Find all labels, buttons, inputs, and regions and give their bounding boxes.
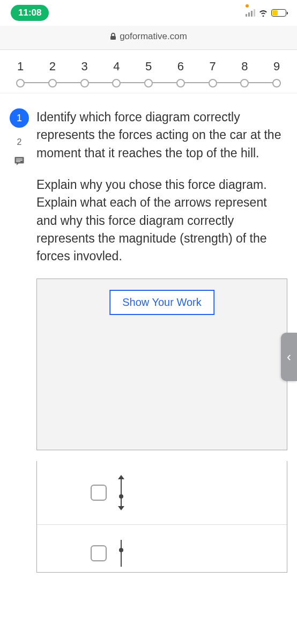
svg-rect-2 [16, 159, 23, 159]
step-num: 5 [145, 60, 152, 74]
step-num: 7 [209, 60, 216, 74]
step-3[interactable]: 3 [80, 60, 89, 87]
step-num: 6 [177, 60, 184, 74]
step-num: 4 [113, 60, 120, 74]
cellular-icon [246, 9, 255, 17]
step-circle-icon [144, 79, 153, 87]
status-right [246, 9, 286, 17]
step-circle-icon [272, 79, 281, 87]
step-5[interactable]: 5 [144, 60, 153, 87]
show-your-work-button[interactable]: Show Your Work [109, 290, 214, 315]
battery-icon [271, 9, 286, 17]
step-6[interactable]: 6 [176, 60, 185, 87]
step-4[interactable]: 4 [112, 60, 121, 87]
force-diagram-2-icon [120, 540, 123, 567]
step-circle-icon [48, 79, 57, 87]
step-num: 3 [81, 60, 87, 74]
option-2[interactable] [37, 525, 287, 572]
step-circle-icon [209, 79, 217, 87]
recording-dot-icon [246, 4, 249, 8]
svg-rect-3 [16, 160, 23, 160]
content: 1 2 Identify which force diagram correct… [0, 93, 297, 461]
step-7[interactable]: 7 [209, 60, 217, 87]
step-num: 9 [273, 60, 280, 74]
step-num: 2 [49, 60, 56, 74]
question-prompt: Identify which force diagram correctly r… [36, 108, 287, 162]
time-pill: 11:08 [11, 5, 49, 21]
step-circle-icon [112, 79, 121, 87]
checkbox[interactable] [91, 545, 107, 561]
question-side-col: 1 2 [10, 108, 29, 450]
lock-icon [110, 33, 116, 40]
svg-rect-4 [16, 162, 20, 162]
step-1[interactable]: 1 [16, 60, 25, 87]
url-text: goformative.com [120, 31, 187, 42]
progress-nav: 1 2 3 4 5 6 7 8 9 [0, 50, 297, 93]
url-bar[interactable]: goformative.com [0, 26, 297, 50]
step-2[interactable]: 2 [48, 60, 57, 87]
comment-icon[interactable] [14, 157, 24, 165]
step-num: 1 [17, 60, 24, 74]
step-circle-icon [80, 79, 89, 87]
step-circle-icon [240, 79, 249, 87]
status-bar: 11:08 [0, 0, 297, 26]
answer-options [36, 461, 287, 573]
chevron-left-icon: ‹ [287, 349, 291, 364]
question-main: Identify which force diagram correctly r… [36, 108, 287, 450]
svg-rect-0 [110, 36, 116, 40]
step-circle-icon [16, 79, 25, 87]
step-9[interactable]: 9 [272, 60, 281, 87]
side-expand-tab[interactable]: ‹ [281, 333, 297, 381]
question-explain: Explain why you chose this force diagram… [36, 176, 287, 266]
option-1[interactable] [37, 461, 287, 525]
wifi-icon [258, 9, 268, 17]
force-diagram-1-icon [120, 476, 123, 509]
work-area[interactable]: Show Your Work [36, 279, 287, 450]
checkbox[interactable] [91, 485, 107, 501]
question-number-badge: 1 [10, 108, 29, 128]
points-value: 2 [17, 137, 22, 147]
step-num: 8 [241, 60, 248, 74]
step-circle-icon [176, 79, 185, 87]
step-8[interactable]: 8 [240, 60, 249, 87]
